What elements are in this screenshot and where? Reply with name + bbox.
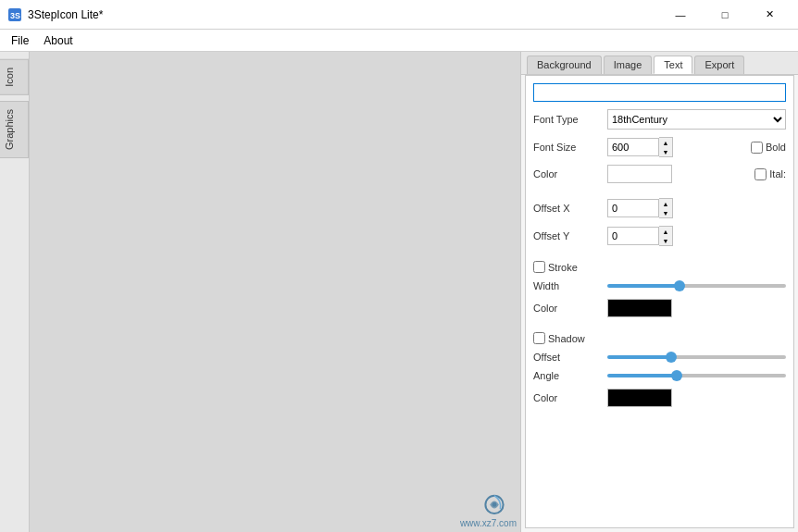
menu-file[interactable]: File [4, 32, 36, 49]
shadow-offset-label: Offset [533, 352, 607, 363]
stroke-width-label: Width [533, 280, 607, 291]
font-type-row: Font Type 18thCentury [533, 109, 786, 130]
shadow-offset-slider[interactable] [607, 355, 786, 359]
shadow-label: Shadow [548, 333, 585, 344]
font-size-up-button[interactable]: ▲ [659, 138, 672, 147]
font-type-select[interactable]: 18thCentury [607, 109, 786, 130]
offset-y-row: Offset Y ▲ ▼ [533, 226, 786, 246]
shadow-angle-slider[interactable] [607, 374, 786, 377]
shadow-color-picker[interactable] [607, 389, 672, 407]
shadow-checkbox[interactable] [533, 332, 545, 344]
font-size-input[interactable]: 600 [607, 138, 659, 156]
watermark: www.xz7.com [460, 490, 517, 528]
svg-point-3 [493, 502, 497, 507]
font-size-row: Font Size 600 ▲ ▼ Bold [533, 137, 786, 157]
menu-bar: File About [0, 30, 798, 52]
offset-y-buttons: ▲ ▼ [659, 226, 673, 246]
offset-x-down-button[interactable]: ▼ [659, 208, 672, 217]
offset-y-spinbox: ▲ ▼ [607, 226, 673, 246]
color-label: Color [533, 168, 607, 179]
bold-label: Bold [766, 142, 786, 153]
panel-tabs: Background Image Text Export [521, 52, 798, 75]
canvas-area: www.xz7.com [30, 52, 520, 532]
offset-x-label: Offset X [533, 203, 607, 214]
close-button[interactable]: ✕ [748, 0, 791, 30]
menu-about[interactable]: About [36, 32, 80, 49]
offset-x-spinbox: ▲ ▼ [607, 198, 673, 218]
window-title: 3StepIcon Lite* [28, 8, 103, 21]
svg-text:3S: 3S [10, 11, 20, 20]
stroke-color-row: Color [533, 299, 786, 317]
minimize-button[interactable]: — [659, 0, 702, 30]
offset-y-down-button[interactable]: ▼ [659, 236, 672, 245]
offset-x-row: Offset X ▲ ▼ [533, 198, 786, 218]
tab-text[interactable]: Text [654, 56, 692, 74]
font-size-spinbox-buttons: ▲ ▼ [659, 137, 673, 157]
bold-checkbox[interactable] [751, 142, 763, 154]
italic-checkbox-label[interactable]: Ital: [754, 168, 786, 180]
font-size-spinbox: 600 ▲ ▼ [607, 137, 673, 157]
left-sidebar: Icon Graphics [0, 52, 30, 532]
shadow-offset-slider-container [607, 355, 786, 359]
stroke-color-picker[interactable] [607, 299, 672, 317]
offset-y-label: Offset Y [533, 230, 607, 241]
stroke-width-slider-container [607, 284, 786, 288]
offset-y-up-button[interactable]: ▲ [659, 227, 672, 236]
stroke-width-slider[interactable] [607, 284, 786, 288]
stroke-checkbox-label[interactable]: Stroke [533, 261, 578, 273]
shadow-angle-slider-container [607, 374, 786, 377]
tab-export[interactable]: Export [694, 56, 744, 74]
tab-background[interactable]: Background [527, 56, 602, 74]
text-input-row [533, 83, 786, 102]
window-controls: — □ ✕ [659, 0, 791, 30]
shadow-color-row: Color [533, 389, 786, 407]
right-panel: Background Image Text Export Font Type 1… [520, 52, 798, 532]
font-type-label: Font Type [533, 114, 607, 125]
shadow-angle-label: Angle [533, 370, 607, 381]
shadow-color-label: Color [533, 392, 607, 403]
sidebar-tab-icon[interactable]: Icon [0, 59, 29, 95]
main-content: Icon Graphics www.xz7.com Background Ima… [0, 52, 798, 532]
font-size-down-button[interactable]: ▼ [659, 147, 672, 156]
stroke-width-row: Width [533, 280, 786, 291]
maximize-button[interactable]: □ [704, 0, 746, 30]
font-size-label: Font Size [533, 142, 607, 153]
watermark-text: www.xz7.com [460, 518, 517, 528]
color-row: Color Ital: [533, 165, 786, 183]
text-input[interactable] [533, 83, 786, 102]
italic-checkbox[interactable] [754, 168, 767, 180]
stroke-label: Stroke [548, 262, 578, 273]
stroke-checkbox[interactable] [533, 261, 545, 273]
watermark-logo [480, 490, 517, 518]
app-icon: 3S [7, 7, 22, 22]
shadow-angle-row: Angle [533, 370, 786, 381]
color-picker[interactable] [607, 165, 672, 183]
italic-label: Ital: [769, 168, 786, 179]
shadow-offset-row: Offset [533, 352, 786, 363]
panel-content: Font Type 18thCentury Font Size 600 ▲ ▼ [525, 75, 794, 528]
offset-x-up-button[interactable]: ▲ [659, 199, 672, 208]
offset-x-input[interactable] [607, 199, 659, 217]
stroke-color-label: Color [533, 303, 607, 314]
sidebar-tab-graphics[interactable]: Graphics [0, 101, 29, 158]
stroke-row: Stroke [533, 261, 786, 273]
offset-x-buttons: ▲ ▼ [659, 198, 673, 218]
title-bar: 3S 3StepIcon Lite* — □ ✕ [0, 0, 798, 30]
tab-image[interactable]: Image [604, 56, 653, 74]
bold-checkbox-label[interactable]: Bold [751, 142, 786, 154]
shadow-row: Shadow [533, 332, 786, 344]
shadow-checkbox-label[interactable]: Shadow [533, 332, 585, 344]
offset-y-input[interactable] [607, 227, 659, 245]
